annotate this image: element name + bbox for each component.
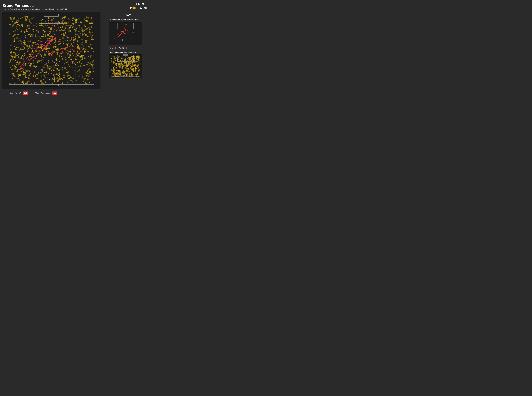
svg-rect-52 (109, 22, 142, 45)
pitch-svg (2, 12, 100, 89)
svg-point-35 (35, 58, 36, 59)
legend-assist-dot (115, 47, 116, 49)
svg-rect-0 (2, 12, 100, 89)
assists-stat: Open Play Assists: 11 (35, 92, 57, 95)
svg-point-34 (42, 46, 43, 47)
legend-row: Assist xA ≥ 0.1 (109, 47, 148, 49)
logo-line1: STATS (130, 2, 148, 6)
svg-point-36 (49, 54, 51, 56)
stats-row: Open Play xA: 5.3 Open Play Assists: 11 (2, 92, 104, 95)
svg-point-70 (123, 32, 123, 33)
svg-point-86 (125, 69, 126, 69)
logo: STATS P RFORM (109, 2, 148, 10)
svg-point-33 (45, 48, 47, 50)
svg-point-83 (125, 59, 126, 60)
svg-point-12 (51, 68, 52, 68)
svg-rect-78 (109, 54, 142, 78)
logo-p: P (130, 6, 132, 10)
header: Bruno Fernandes Open Play Passes | Manch… (2, 4, 104, 10)
svg-point-72 (119, 35, 120, 36)
svg-point-31 (20, 68, 22, 70)
logo-sun-icon (133, 7, 135, 9)
xa-stat: Open Play xA: 5.3 (9, 92, 28, 95)
xa-label: Open Play xA: (9, 92, 22, 94)
legend-xa-dot (126, 47, 127, 49)
logo-erform: RFORM (135, 6, 148, 10)
svg-point-69 (124, 33, 125, 34)
subtitle: Open Play Passes | Manchester United | P… (2, 8, 104, 10)
right-panel: STATS P RFORM Key Lines represent high x… (106, 4, 148, 95)
pitch-container (2, 12, 100, 89)
xa-value: 5.3 (23, 92, 28, 95)
mini-pitch-1 (109, 22, 142, 45)
svg-point-68 (114, 38, 115, 39)
key-title: Key (109, 13, 148, 16)
assists-label: Open Play Assists: (35, 92, 51, 94)
mini-pitch-2 (109, 54, 142, 78)
legend-assist-label: Assist (109, 47, 113, 49)
key-section1-title: Lines represent high xA passes + assists (109, 19, 148, 20)
assists-value: 11 (52, 92, 57, 95)
divider (105, 4, 105, 95)
key-section2-title: Points represent pass start locations (109, 51, 148, 53)
mini-pitch-svg-2 (109, 54, 142, 78)
mini-pitch-svg-1 (109, 22, 142, 45)
legend-xa-label: xA ≥ 0.1 (118, 47, 124, 49)
player-name: Bruno Fernandes (2, 4, 104, 8)
